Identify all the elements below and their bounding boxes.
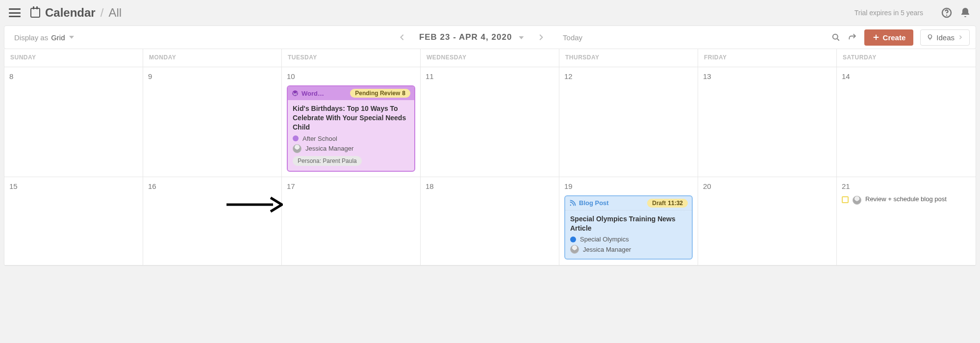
today-button[interactable]: Today [563,33,582,42]
day-number: 9 [148,72,276,80]
share-icon[interactable] [848,32,857,42]
calendar-toolbar: Display as Grid FEB 23 - APR 4, 2020 Tod… [4,26,976,49]
day-number: 11 [426,72,554,80]
day-number: 19 [564,182,693,190]
avatar [570,245,579,254]
task-label: Review + schedule blog post [865,195,947,203]
rss-icon [569,200,576,207]
day-number: 21 [842,182,971,190]
calendar-cell[interactable]: 21 Review + schedule blog post [837,177,976,265]
wordpress-icon [292,90,299,97]
calendar-task[interactable]: Review + schedule blog post [842,195,971,205]
dayname: SUNDAY [4,49,143,67]
persona-tag[interactable]: Persona: Parent Paula [293,156,362,166]
card-type: Word… [292,90,324,97]
menu-hamburger-icon[interactable] [9,8,21,17]
chevron-down-icon[interactable] [519,36,524,39]
topbar: Calendar / All Trial expires in 5 years [0,0,980,26]
day-number: 10 [287,72,415,80]
calendar-cell[interactable]: 13 [698,67,837,177]
card-category: After School [293,135,409,142]
calendar-card[interactable]: Blog Post Draft 11:32 Special Olympics T… [564,195,693,260]
card-title: Kid's Birthdays: Top 10 Ways To Celebrat… [293,104,409,132]
avatar [853,196,861,205]
status-label: Pending Review [355,90,400,97]
create-button[interactable]: Create [864,29,914,46]
day-number: 8 [9,72,138,80]
display-as-label: Display as [14,33,48,42]
svg-point-2 [832,34,837,39]
notifications-icon[interactable] [959,7,971,19]
dayname: THURSDAY [559,49,698,67]
nav-next-icon[interactable] [536,33,545,42]
card-category-label: Special Olympics [580,236,629,243]
card-title: Special Olympics Training News Article [570,214,687,233]
category-dot [293,135,299,141]
display-as-value[interactable]: Grid [51,33,65,42]
trial-status: Trial expires in 5 years [854,9,923,17]
card-category-label: After School [302,135,337,142]
card-author-label: Jessica Manager [305,145,353,152]
card-type-label: Blog Post [579,199,609,207]
dayname: TUESDAY [282,49,421,67]
nav-prev-icon[interactable] [398,33,406,42]
calendar-cell[interactable]: 19 Blog Post Draft 11:32 Special Olympic… [559,177,698,265]
calendar-icon [30,8,40,18]
create-button-label: Create [883,33,906,42]
help-icon[interactable] [941,7,953,19]
search-icon[interactable] [831,32,841,42]
calendar-week: 15 16 17 18 19 Blog Post Draft 11:32 [4,177,976,265]
page-title: Calendar / All [30,6,122,20]
calendar-cell[interactable]: 16 [143,177,282,265]
calendar-cell[interactable]: 8 [4,67,143,177]
calendar-cell[interactable]: 9 [143,67,282,177]
svg-point-1 [946,15,947,16]
status-label: Draft [652,200,666,207]
calendar-week: 8 9 10 Word… Pending Review 8 [4,67,976,177]
status-badge: Draft 11:32 [647,199,688,208]
status-value: 8 [402,90,405,97]
card-body: Special Olympics Training News Article S… [565,211,692,259]
date-range[interactable]: FEB 23 - APR 4, 2020 [419,32,524,42]
task-checkbox[interactable] [842,196,849,203]
page-title-main: Calendar [45,6,96,20]
day-number: 14 [842,72,971,80]
calendar-card[interactable]: Word… Pending Review 8 Kid's Birthdays: … [287,85,415,172]
calendar-cell[interactable]: 18 [421,177,559,265]
day-number: 12 [564,72,693,80]
svg-point-5 [570,204,572,206]
breadcrumb-separator: / [101,6,104,20]
calendar-cell[interactable]: 14 [837,67,976,177]
card-category: Special Olympics [570,236,687,243]
dayname: MONDAY [143,49,282,67]
calendar-cell[interactable]: 12 [559,67,698,177]
card-author: Jessica Manager [570,245,687,254]
calendar-grid: SUNDAY MONDAY TUESDAY WEDNESDAY THURSDAY… [4,49,976,266]
card-type-label: Word… [302,90,324,97]
ideas-button-label: Ideas [936,33,955,42]
card-header: Blog Post Draft 11:32 [565,196,692,211]
chevron-down-icon[interactable] [69,36,74,39]
dayname: WEDNESDAY [421,49,559,67]
status-value: 11:32 [668,200,683,207]
day-number: 13 [703,72,831,80]
calendar-cell[interactable]: 11 [421,67,559,177]
category-dot [570,237,576,242]
page-title-sub[interactable]: All [108,6,122,20]
calendar-cell[interactable]: 15 [4,177,143,265]
day-number: 18 [426,182,554,190]
calendar-cell[interactable]: 17 [282,177,421,265]
card-type: Blog Post [569,199,609,207]
day-number: 16 [148,182,276,190]
card-body: Kid's Birthdays: Top 10 Ways To Celebrat… [288,100,414,171]
dayname: SATURDAY [837,49,976,67]
ideas-button[interactable]: Ideas [920,29,970,46]
dayname: FRIDAY [698,49,837,67]
day-number: 15 [9,182,138,190]
card-author-label: Jessica Manager [583,246,631,253]
status-badge: Pending Review 8 [350,89,410,98]
card-author: Jessica Manager [293,144,409,153]
calendar-cell[interactable]: 10 Word… Pending Review 8 [282,67,421,177]
day-number: 20 [703,182,831,190]
calendar-cell[interactable]: 20 [698,177,837,265]
